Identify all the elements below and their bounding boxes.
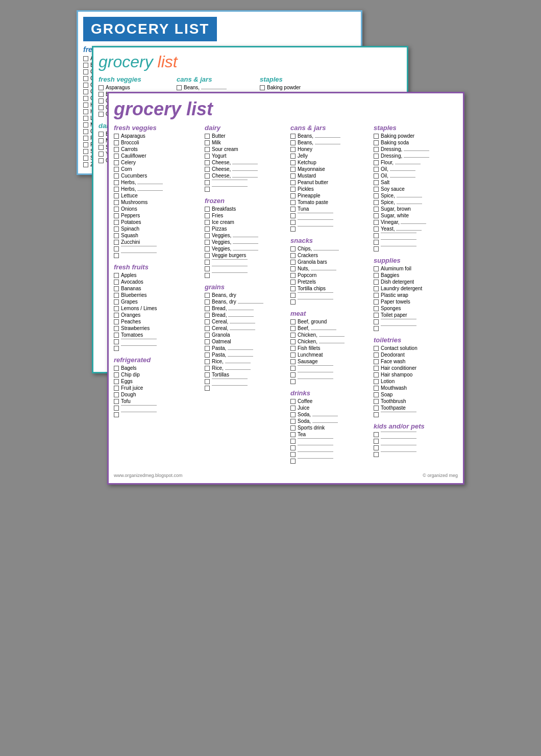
checkbox[interactable] <box>83 149 88 154</box>
checkbox[interactable] <box>374 432 379 437</box>
checkbox[interactable] <box>374 412 379 417</box>
checkbox[interactable] <box>114 319 119 324</box>
checkbox[interactable] <box>83 63 88 68</box>
checkbox[interactable] <box>205 293 210 298</box>
checkbox[interactable] <box>290 266 296 271</box>
checkbox[interactable] <box>290 134 296 139</box>
checkbox[interactable] <box>205 386 210 391</box>
checkbox[interactable] <box>83 69 88 74</box>
checkbox[interactable] <box>205 240 210 245</box>
checkbox[interactable] <box>83 116 88 121</box>
checkbox[interactable] <box>290 253 296 258</box>
checkbox[interactable] <box>290 412 296 417</box>
checkbox[interactable] <box>205 246 210 251</box>
checkbox[interactable] <box>83 142 88 147</box>
checkbox[interactable] <box>290 173 296 179</box>
checkbox[interactable] <box>114 160 119 165</box>
checkbox[interactable] <box>205 180 210 185</box>
checkbox[interactable] <box>114 293 119 298</box>
checkbox[interactable] <box>205 220 210 225</box>
checkbox[interactable] <box>290 346 296 351</box>
checkbox[interactable] <box>290 299 296 305</box>
checkbox[interactable] <box>205 154 210 159</box>
checkbox[interactable] <box>114 273 119 278</box>
checkbox[interactable] <box>374 406 379 411</box>
checkbox[interactable] <box>374 207 379 212</box>
checkbox[interactable] <box>114 173 119 179</box>
checkbox[interactable] <box>290 154 296 159</box>
checkbox[interactable] <box>260 85 265 90</box>
checkbox[interactable] <box>290 352 296 358</box>
checkbox[interactable] <box>290 160 296 165</box>
checkbox[interactable] <box>290 419 296 424</box>
checkbox[interactable] <box>205 266 210 271</box>
checkbox[interactable] <box>290 140 296 145</box>
checkbox[interactable] <box>290 187 296 192</box>
checkbox[interactable] <box>374 280 379 285</box>
checkbox[interactable] <box>99 92 104 97</box>
checkbox[interactable] <box>114 240 119 245</box>
checkbox[interactable] <box>83 129 88 134</box>
checkbox[interactable] <box>205 299 210 305</box>
checkbox[interactable] <box>205 339 210 344</box>
checkbox[interactable] <box>290 459 296 464</box>
checkbox[interactable] <box>374 220 379 225</box>
checkbox[interactable] <box>374 187 379 192</box>
checkbox[interactable] <box>290 425 296 431</box>
checkbox[interactable] <box>290 372 296 377</box>
checkbox[interactable] <box>290 439 296 444</box>
checkbox[interactable] <box>290 213 296 218</box>
checkbox[interactable] <box>374 286 379 291</box>
checkbox[interactable] <box>205 167 210 172</box>
checkbox[interactable] <box>99 132 104 137</box>
checkbox[interactable] <box>83 83 88 88</box>
checkbox[interactable] <box>114 180 119 185</box>
checkbox[interactable] <box>99 98 104 104</box>
checkbox[interactable] <box>114 406 119 411</box>
checkbox[interactable] <box>290 220 296 225</box>
checkbox[interactable] <box>205 352 210 358</box>
checkbox[interactable] <box>114 313 119 318</box>
checkbox[interactable] <box>205 173 210 179</box>
checkbox[interactable] <box>205 346 210 351</box>
checkbox[interactable] <box>374 266 379 271</box>
checkbox[interactable] <box>290 260 296 265</box>
checkbox[interactable] <box>205 253 210 258</box>
checkbox[interactable] <box>374 359 379 364</box>
checkbox[interactable] <box>374 372 379 377</box>
checkbox[interactable] <box>374 299 379 305</box>
checkbox[interactable] <box>290 200 296 205</box>
checkbox[interactable] <box>83 136 88 141</box>
checkbox[interactable] <box>374 193 379 198</box>
checkbox[interactable] <box>114 392 119 397</box>
checkbox[interactable] <box>114 207 119 212</box>
checkbox[interactable] <box>290 359 296 364</box>
checkbox[interactable] <box>290 333 296 338</box>
checkbox[interactable] <box>114 326 119 331</box>
checkbox[interactable] <box>205 134 210 139</box>
checkbox[interactable] <box>290 379 296 384</box>
checkbox[interactable] <box>83 156 88 161</box>
checkbox[interactable] <box>114 200 119 205</box>
checkbox[interactable] <box>114 193 119 198</box>
checkbox[interactable] <box>114 233 119 238</box>
checkbox[interactable] <box>114 399 119 404</box>
checkbox[interactable] <box>114 147 119 152</box>
checkbox[interactable] <box>205 147 210 152</box>
checkbox[interactable] <box>205 333 210 338</box>
checkbox[interactable] <box>374 140 379 145</box>
checkbox[interactable] <box>205 226 210 232</box>
checkbox[interactable] <box>205 359 210 364</box>
checkbox[interactable] <box>205 140 210 145</box>
checkbox[interactable] <box>83 162 88 167</box>
checkbox[interactable] <box>114 253 119 258</box>
checkbox[interactable] <box>114 280 119 285</box>
checkbox[interactable] <box>374 313 379 318</box>
checkbox[interactable] <box>374 306 379 311</box>
checkbox[interactable] <box>290 445 296 450</box>
checkbox[interactable] <box>374 293 379 298</box>
checkbox[interactable] <box>205 207 210 212</box>
checkbox[interactable] <box>114 346 119 351</box>
checkbox[interactable] <box>114 299 119 305</box>
checkbox[interactable] <box>205 260 210 265</box>
